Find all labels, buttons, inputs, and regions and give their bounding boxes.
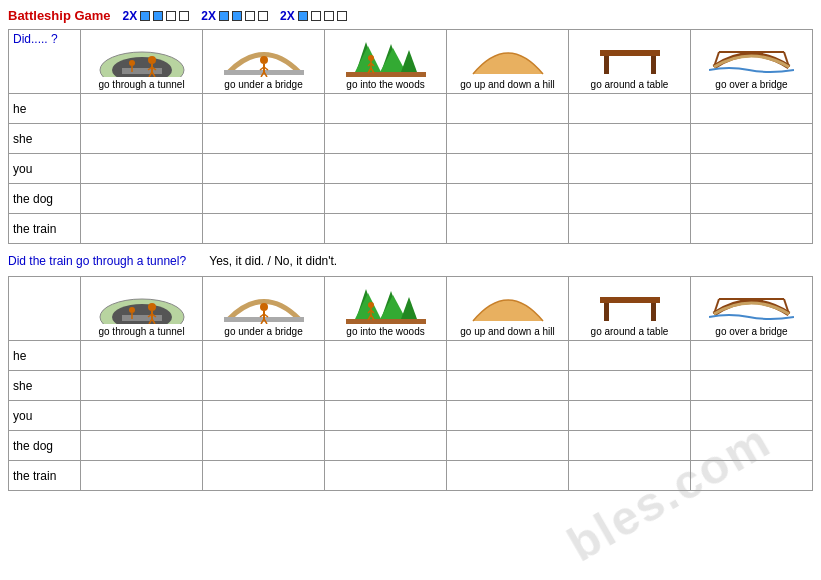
table2-cell[interactable] bbox=[203, 371, 325, 401]
table2-cell[interactable] bbox=[325, 401, 447, 431]
table2-cell[interactable] bbox=[691, 401, 813, 431]
table2-cell[interactable] bbox=[325, 371, 447, 401]
table1-cell[interactable] bbox=[203, 184, 325, 214]
col-bridge-over-2: go over a bridge bbox=[691, 277, 813, 341]
table1-cell[interactable] bbox=[447, 154, 569, 184]
table2-cell[interactable] bbox=[569, 431, 691, 461]
did-header: Did..... ? bbox=[9, 30, 81, 94]
table1-cell[interactable] bbox=[691, 124, 813, 154]
table1-cell[interactable] bbox=[569, 154, 691, 184]
table1-cell[interactable] bbox=[569, 124, 691, 154]
svg-point-3 bbox=[148, 56, 156, 64]
table1-cell[interactable] bbox=[81, 184, 203, 214]
table1-cell[interactable] bbox=[447, 94, 569, 124]
table2-cell[interactable] bbox=[691, 431, 813, 461]
col-label-hill-2: go up and down a hill bbox=[460, 326, 555, 338]
table2-cell[interactable] bbox=[447, 371, 569, 401]
table2-cell[interactable] bbox=[203, 461, 325, 491]
table1-cell[interactable] bbox=[691, 184, 813, 214]
answer-text: Yes, it did. / No, it didn't. bbox=[209, 254, 337, 268]
col-label-bridge-under-2: go under a bridge bbox=[224, 326, 302, 338]
game-table-2: go through a tunnel go un bbox=[8, 276, 813, 491]
table1-cell[interactable] bbox=[447, 214, 569, 244]
question-row: Did the train go through a tunnel? Yes, … bbox=[8, 254, 813, 268]
table2-cell[interactable] bbox=[81, 461, 203, 491]
table2-cell[interactable] bbox=[81, 401, 203, 431]
table2-cell[interactable] bbox=[447, 461, 569, 491]
table1-cell[interactable] bbox=[691, 214, 813, 244]
table1-cell[interactable] bbox=[691, 94, 813, 124]
table1-cell[interactable] bbox=[325, 154, 447, 184]
table2-cell[interactable] bbox=[569, 371, 691, 401]
table1-cell[interactable] bbox=[447, 124, 569, 154]
table2-cell[interactable] bbox=[203, 341, 325, 371]
table2-cell[interactable] bbox=[325, 341, 447, 371]
svg-point-60 bbox=[368, 302, 374, 308]
col-woods-1: go into the woods bbox=[325, 30, 447, 94]
table1-cell[interactable] bbox=[81, 94, 203, 124]
table2-cell[interactable] bbox=[203, 431, 325, 461]
table2-cell[interactable] bbox=[569, 461, 691, 491]
col-label-bridge-over-2: go over a bridge bbox=[715, 326, 787, 338]
table2-cell[interactable] bbox=[447, 431, 569, 461]
col-bridge-under-2: go under a bridge bbox=[203, 277, 325, 341]
svg-rect-66 bbox=[600, 297, 660, 303]
table2-cell[interactable] bbox=[81, 371, 203, 401]
table1-cell[interactable] bbox=[203, 94, 325, 124]
row-label-he: he bbox=[9, 94, 81, 124]
svg-marker-55 bbox=[354, 293, 382, 321]
table-icon-2 bbox=[590, 279, 670, 324]
table1-cell[interactable] bbox=[325, 124, 447, 154]
dot-1d bbox=[179, 11, 189, 21]
table1-cell[interactable] bbox=[81, 124, 203, 154]
dot-3a bbox=[298, 11, 308, 21]
col-table-2: go around a table bbox=[569, 277, 691, 341]
table2-cell[interactable] bbox=[569, 341, 691, 371]
table1-cell[interactable] bbox=[569, 214, 691, 244]
table1-cell[interactable] bbox=[203, 154, 325, 184]
table1-cell[interactable] bbox=[81, 214, 203, 244]
svg-point-45 bbox=[129, 307, 135, 313]
table2-cell[interactable] bbox=[569, 401, 691, 431]
table1-cell[interactable] bbox=[691, 154, 813, 184]
table2-cell[interactable] bbox=[691, 371, 813, 401]
table2-cell[interactable] bbox=[325, 461, 447, 491]
table1-cell[interactable] bbox=[325, 94, 447, 124]
over-bridge-icon-2 bbox=[709, 279, 794, 324]
row-label-the-train: the train bbox=[9, 214, 81, 244]
table1-cell[interactable] bbox=[203, 214, 325, 244]
table2-cell[interactable] bbox=[691, 461, 813, 491]
table2-cell[interactable] bbox=[203, 401, 325, 431]
col-label-bridge-under-1: go under a bridge bbox=[224, 79, 302, 91]
table2-cell[interactable] bbox=[81, 341, 203, 371]
table1-cell[interactable] bbox=[203, 124, 325, 154]
table2-cell[interactable] bbox=[81, 431, 203, 461]
table-icon bbox=[590, 32, 670, 77]
svg-rect-23 bbox=[346, 72, 426, 77]
dot-2a bbox=[219, 11, 229, 21]
col-hill-1: go up and down a hill bbox=[447, 30, 569, 94]
row-label2-he: he bbox=[9, 341, 81, 371]
table1-cell[interactable] bbox=[81, 154, 203, 184]
row-label2-the-dog: the dog bbox=[9, 431, 81, 461]
svg-rect-67 bbox=[604, 303, 609, 321]
score3-label: 2X bbox=[280, 9, 295, 23]
dot-1c bbox=[166, 11, 176, 21]
dot-2c bbox=[245, 11, 255, 21]
table1-cell[interactable] bbox=[569, 94, 691, 124]
svg-marker-58 bbox=[401, 297, 417, 319]
table2-cell[interactable] bbox=[447, 341, 569, 371]
table1-cell[interactable] bbox=[325, 214, 447, 244]
tunnel-icon bbox=[97, 32, 187, 77]
svg-point-39 bbox=[148, 303, 156, 311]
table2-cell[interactable] bbox=[447, 401, 569, 431]
table1-cell[interactable] bbox=[447, 184, 569, 214]
table2-cell[interactable] bbox=[325, 431, 447, 461]
game-table-1: Did..... ? bbox=[8, 29, 813, 244]
table2-cell[interactable] bbox=[691, 341, 813, 371]
col-table-1: go around a table bbox=[569, 30, 691, 94]
table1-cell[interactable] bbox=[569, 184, 691, 214]
svg-rect-32 bbox=[651, 56, 656, 74]
dot-1b bbox=[153, 11, 163, 21]
table1-cell[interactable] bbox=[325, 184, 447, 214]
